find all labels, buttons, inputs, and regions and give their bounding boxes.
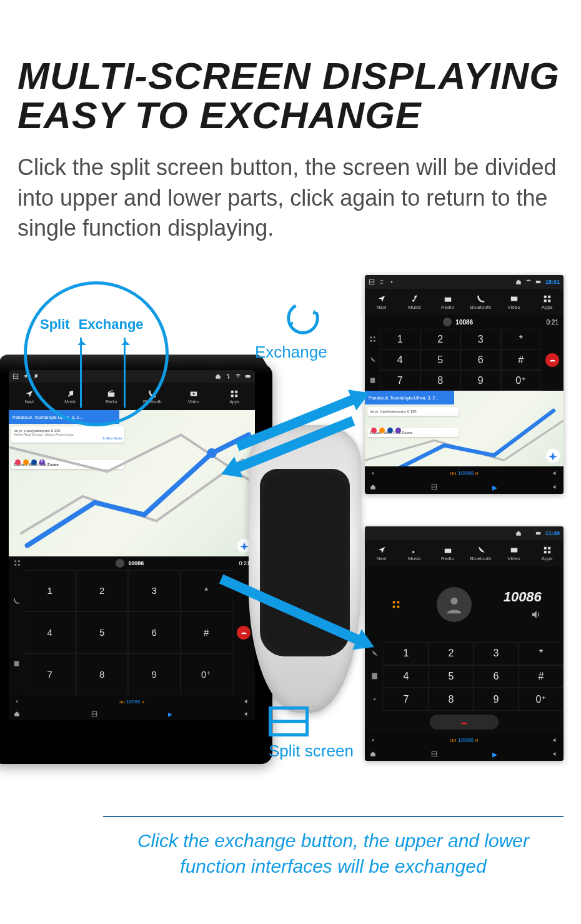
volume-down-icon[interactable] — [244, 711, 250, 717]
recenter-button[interactable] — [546, 449, 560, 463]
now-playing: 10086 — [458, 737, 474, 743]
key-8[interactable]: 8 — [76, 653, 129, 695]
exchange-icon[interactable] — [379, 279, 385, 285]
key-5[interactable]: 5 — [429, 665, 474, 688]
volume-down-icon[interactable] — [552, 484, 559, 490]
nav-radio[interactable]: Radio — [431, 289, 464, 315]
key-5[interactable]: 5 — [420, 349, 461, 370]
key-star[interactable]: * — [519, 642, 564, 665]
bluetooth-icon — [225, 373, 231, 379]
key-8[interactable]: 8 — [420, 370, 461, 391]
nav-navi[interactable]: Navi — [365, 289, 398, 315]
volume-up-icon[interactable] — [244, 698, 250, 705]
key-0[interactable]: 0⁺ — [519, 688, 564, 711]
contacts-icon[interactable] — [13, 660, 20, 667]
key-2[interactable]: 2 — [420, 329, 461, 349]
key-3[interactable]: 3 — [128, 570, 181, 612]
key-3[interactable]: 3 — [474, 642, 519, 665]
key-0[interactable]: 0⁺ — [501, 370, 542, 391]
hangup-button[interactable] — [237, 626, 251, 640]
phone-icon[interactable] — [13, 598, 20, 605]
key-4[interactable]: 4 — [24, 611, 76, 653]
volume-up-icon[interactable] — [552, 737, 559, 743]
home-icon[interactable] — [370, 484, 376, 490]
key-2[interactable]: 2 — [429, 642, 474, 665]
music-icon — [410, 546, 419, 555]
grid-icon[interactable] — [14, 560, 21, 566]
nav-label: Radio — [441, 304, 454, 310]
nav-apps[interactable]: Apps — [530, 289, 564, 315]
music-icon — [410, 294, 419, 303]
key-4[interactable]: 4 — [384, 665, 429, 688]
key-6[interactable]: 6 — [460, 349, 501, 370]
battery-icon — [535, 279, 542, 285]
home-icon[interactable] — [14, 711, 20, 717]
nav-bluetooth[interactable]: Bluetooth — [464, 540, 497, 566]
back-icon[interactable] — [370, 737, 376, 743]
nav-apps[interactable]: Apps — [530, 540, 564, 566]
key-3[interactable]: 3 — [460, 329, 501, 349]
split-icon[interactable] — [369, 279, 375, 285]
nav-navi[interactable]: Navi — [365, 540, 398, 566]
nav-bluetooth[interactable]: Bluetooth — [464, 289, 497, 315]
nav-music[interactable]: Music — [398, 289, 431, 315]
key-0[interactable]: 0⁺ — [181, 653, 233, 695]
key-1[interactable]: 1 — [24, 570, 76, 612]
key-1[interactable]: 1 — [384, 642, 429, 665]
key-star[interactable]: * — [501, 329, 542, 349]
split-icon[interactable] — [91, 711, 97, 717]
nav-video[interactable]: Video — [497, 540, 530, 566]
hangup-icon — [460, 718, 469, 726]
map-roads — [365, 391, 564, 466]
key-9[interactable]: 9 — [474, 688, 519, 711]
hangup-button[interactable] — [430, 715, 499, 730]
svg-rect-45 — [544, 546, 546, 549]
nav-label: Music — [408, 556, 421, 561]
grid-icon[interactable] — [392, 600, 400, 609]
nav-video[interactable]: Video — [497, 289, 530, 315]
nav-radio[interactable]: Radio — [431, 540, 464, 566]
back-icon[interactable] — [370, 470, 376, 476]
split-icon[interactable] — [431, 751, 437, 757]
volume-up-icon[interactable] — [552, 470, 559, 476]
settings-icon[interactable] — [370, 695, 379, 703]
key-1[interactable]: 1 — [380, 329, 420, 349]
key-7[interactable]: 7 — [24, 653, 76, 695]
speaker-icon[interactable] — [530, 609, 542, 620]
hangup-button[interactable] — [545, 353, 559, 367]
key-7[interactable]: 7 — [384, 688, 429, 711]
nav-video[interactable]: Video — [173, 383, 214, 410]
key-5[interactable]: 5 — [76, 611, 129, 653]
split-icon[interactable] — [12, 373, 19, 379]
contacts-icon[interactable] — [370, 672, 379, 680]
key-hash[interactable]: # — [519, 665, 564, 688]
mini-screen-single: 11:49 Navi Music Radio Bluetooth Video A… — [365, 526, 564, 761]
back-icon[interactable] — [14, 698, 20, 705]
key-7[interactable]: 7 — [380, 370, 420, 391]
volume-down-icon[interactable] — [552, 751, 559, 757]
contacts-icon[interactable] — [369, 377, 376, 384]
home-icon[interactable] — [370, 751, 376, 757]
map-panel[interactable]: Panakouli, Tountaïoyia-Ulhva, 3, 2... na… — [9, 410, 255, 556]
video-icon — [510, 294, 519, 303]
key-hash[interactable]: # — [501, 349, 542, 370]
nav-music[interactable]: Music — [398, 540, 431, 566]
key-6[interactable]: 6 — [128, 611, 181, 653]
key-2[interactable]: 2 — [76, 570, 129, 612]
svg-rect-20 — [14, 661, 18, 666]
key-6[interactable]: 6 — [474, 665, 519, 688]
grid-icon[interactable] — [369, 336, 376, 343]
svg-rect-41 — [536, 532, 541, 535]
now-playing: 10086 — [458, 470, 474, 476]
map-panel-bottom[interactable]: Panakouli, Tountaïoyia-Ulhva, 3, 2... na… — [365, 391, 564, 466]
split-icon[interactable] — [431, 484, 437, 490]
nav-apps[interactable]: Apps — [214, 383, 255, 410]
key-9[interactable]: 9 — [460, 370, 501, 391]
svg-rect-49 — [393, 601, 395, 603]
key-hash[interactable]: # — [181, 611, 233, 653]
key-9[interactable]: 9 — [128, 653, 181, 695]
key-4[interactable]: 4 — [380, 349, 420, 370]
phone-icon[interactable] — [369, 356, 376, 363]
avatar-icon — [116, 559, 124, 568]
key-8[interactable]: 8 — [429, 688, 474, 711]
